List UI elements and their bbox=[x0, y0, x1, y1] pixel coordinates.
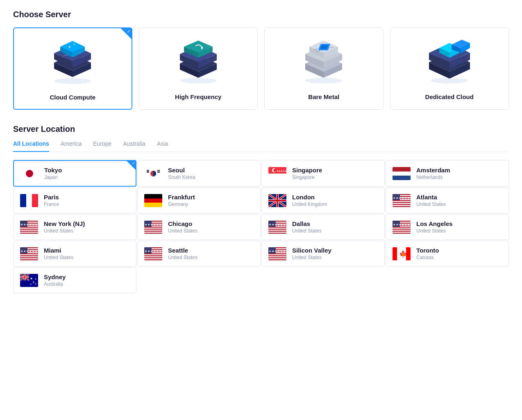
location-amsterdam-city: Amsterdam bbox=[416, 167, 450, 174]
server-type-bare-metal[interactable]: Bare Metal bbox=[264, 27, 384, 110]
flag-australia: ★ ★ ★ ★ ★ bbox=[20, 274, 38, 287]
svg-text:🍁: 🍁 bbox=[399, 250, 407, 258]
svg-rect-154 bbox=[144, 259, 162, 260]
svg-rect-101 bbox=[20, 226, 38, 228]
location-paris-city: Paris bbox=[44, 194, 59, 201]
location-newyork-city: New York (NJ) bbox=[44, 220, 85, 227]
location-sv-country: United States bbox=[292, 255, 331, 260]
location-toronto-country: Canada bbox=[416, 255, 439, 260]
location-london-city: London bbox=[292, 194, 327, 201]
svg-rect-164 bbox=[268, 259, 286, 260]
svg-point-14 bbox=[180, 78, 217, 84]
svg-rect-86 bbox=[268, 200, 286, 201]
flag-uk bbox=[268, 194, 286, 207]
location-seattle[interactable]: ★★★★★★ Seattle United States bbox=[137, 241, 261, 266]
svg-rect-91 bbox=[393, 200, 411, 201]
flag-south-korea bbox=[144, 167, 162, 180]
location-los-angeles[interactable]: ★★★★★★ Los Angeles United States bbox=[386, 214, 509, 240]
server-type-dedicated-cloud[interactable]: Dedicated Cloud bbox=[390, 27, 509, 110]
svg-text:★★★★★★: ★★★★★★ bbox=[269, 250, 286, 253]
location-chicago[interactable]: ★★★★★★ Chicago United States bbox=[137, 214, 261, 240]
location-frankfurt-city: Frankfurt bbox=[168, 194, 195, 201]
server-type-high-frequency[interactable]: High Frequency bbox=[139, 27, 258, 110]
location-tokyo[interactable]: Tokyo Japan bbox=[13, 160, 136, 187]
location-la-country: United States bbox=[416, 228, 453, 234]
location-singapore-city: Singapore bbox=[292, 167, 322, 174]
flag-us-siliconvalley: ★★★★★★ bbox=[268, 247, 286, 260]
svg-point-25 bbox=[305, 78, 342, 84]
svg-text:★★★★★★: ★★★★★★ bbox=[393, 223, 410, 226]
flag-us-miami: ★★★★★★ bbox=[20, 247, 38, 260]
tab-australia[interactable]: Australia bbox=[123, 140, 145, 152]
svg-rect-162 bbox=[268, 255, 286, 256]
server-type-high-frequency-label: High Frequency bbox=[175, 93, 221, 100]
location-london-country: United Kingdom bbox=[292, 201, 327, 207]
location-atlanta-city: Atlanta bbox=[416, 194, 446, 201]
location-atlanta[interactable]: ★★★★★★ Atlanta United States bbox=[386, 187, 509, 213]
svg-point-67 bbox=[273, 169, 277, 172]
flag-france bbox=[20, 194, 38, 207]
svg-rect-133 bbox=[393, 230, 411, 232]
svg-rect-161 bbox=[268, 253, 286, 254]
flag-japan bbox=[20, 167, 39, 180]
location-london[interactable]: London United Kingdom bbox=[261, 187, 385, 213]
tab-all-locations[interactable]: All Locations bbox=[13, 140, 49, 152]
location-seattle-city: Seattle bbox=[168, 247, 197, 254]
server-type-cloud-compute-label: Cloud Compute bbox=[50, 94, 95, 101]
location-la-city: Los Angeles bbox=[416, 220, 453, 227]
svg-rect-131 bbox=[393, 226, 411, 228]
location-paris[interactable]: Paris France bbox=[13, 187, 136, 213]
svg-text:+: + bbox=[68, 45, 71, 49]
location-toronto[interactable]: 🍁 Toronto Canada bbox=[386, 241, 509, 266]
svg-rect-141 bbox=[20, 253, 38, 254]
svg-rect-103 bbox=[20, 230, 38, 232]
svg-rect-180 bbox=[20, 277, 29, 278]
server-type-cloud-compute[interactable]: + + Cloud Compute bbox=[13, 27, 132, 110]
svg-rect-168 bbox=[393, 247, 397, 260]
svg-point-40 bbox=[431, 78, 468, 84]
svg-text:★★★★★★: ★★★★★★ bbox=[20, 223, 38, 226]
svg-rect-134 bbox=[393, 233, 411, 234]
location-amsterdam[interactable]: Amsterdam Netherlands bbox=[386, 160, 509, 187]
svg-text:★★★★★★: ★★★★★★ bbox=[269, 223, 286, 226]
tab-europe[interactable]: Europe bbox=[93, 140, 111, 152]
location-sydney[interactable]: ★ ★ ★ ★ ★ Sydney Australia bbox=[13, 267, 136, 293]
svg-rect-102 bbox=[20, 228, 38, 230]
svg-rect-93 bbox=[393, 204, 411, 205]
location-silicon-valley[interactable]: ★★★★★★ Silicon Valley United States bbox=[261, 241, 385, 266]
svg-rect-123 bbox=[268, 230, 286, 232]
tab-asia[interactable]: Asia bbox=[157, 140, 168, 152]
flag-us-newyork: ★★★★★★ bbox=[20, 221, 38, 234]
flag-germany bbox=[144, 194, 162, 207]
svg-rect-73 bbox=[20, 194, 26, 207]
flag-us-seattle: ★★★★★★ bbox=[144, 247, 162, 260]
svg-text:★: ★ bbox=[30, 277, 33, 280]
flag-singapore: ★★★★★ bbox=[268, 167, 286, 180]
location-miami[interactable]: ★★★★★★ Miami United States bbox=[13, 241, 136, 266]
tab-america[interactable]: America bbox=[61, 140, 82, 152]
svg-rect-132 bbox=[393, 228, 411, 230]
location-seoul-city: Seoul bbox=[168, 167, 195, 174]
svg-rect-104 bbox=[20, 233, 38, 234]
flag-netherlands bbox=[393, 167, 411, 180]
location-dallas[interactable]: ★★★★★★ Dallas United States bbox=[261, 214, 385, 240]
server-type-bare-metal-label: Bare Metal bbox=[308, 93, 339, 100]
location-dallas-country: United States bbox=[292, 228, 322, 234]
svg-text:★★★★★★: ★★★★★★ bbox=[20, 250, 38, 253]
flag-us-atlanta: ★★★★★★ bbox=[393, 194, 411, 207]
location-new-york[interactable]: ★★★★★★ New York (NJ) United States bbox=[13, 214, 136, 240]
location-newyork-country: United States bbox=[44, 228, 85, 234]
choose-server-title: Choose Server bbox=[13, 10, 509, 19]
svg-rect-152 bbox=[144, 255, 162, 256]
svg-text:+: + bbox=[73, 43, 75, 46]
svg-rect-76 bbox=[144, 194, 162, 199]
svg-rect-12 bbox=[64, 55, 68, 56]
location-paris-country: France bbox=[44, 201, 59, 207]
location-miami-city: Miami bbox=[44, 247, 73, 254]
location-toronto-city: Toronto bbox=[416, 247, 439, 254]
location-seoul[interactable]: Seoul South Korea bbox=[137, 160, 261, 187]
location-singapore[interactable]: ★★★★★ Singapore Singapore bbox=[261, 160, 385, 187]
location-frankfurt[interactable]: Frankfurt Germany bbox=[137, 187, 261, 213]
location-atlanta-country: United States bbox=[416, 201, 446, 207]
svg-text:★★★★★: ★★★★★ bbox=[277, 170, 286, 172]
